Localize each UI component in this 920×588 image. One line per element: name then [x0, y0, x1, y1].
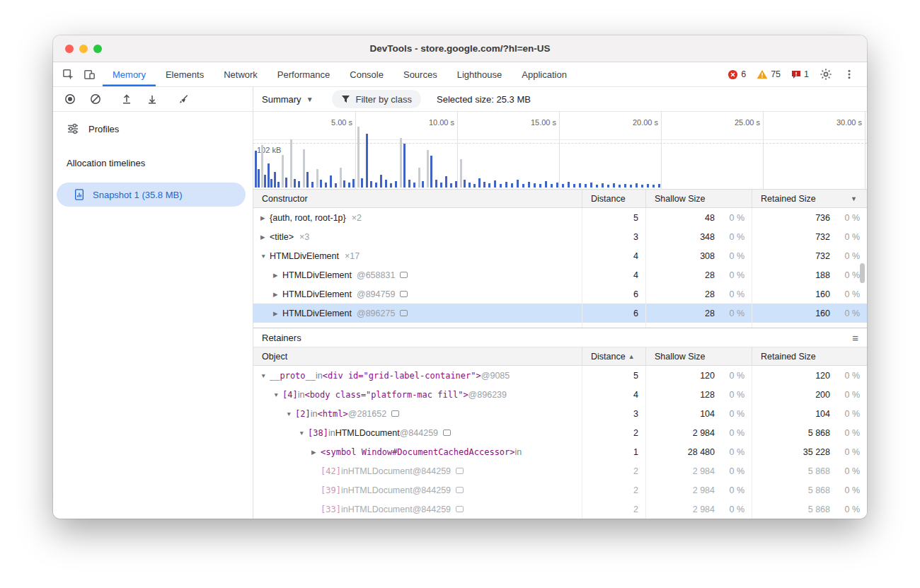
shallow-size-cell: 3480 %	[645, 227, 752, 246]
timeline-bar	[400, 138, 402, 188]
tab-performance[interactable]: Performance	[268, 62, 340, 86]
column-header-shallow-size[interactable]: Shallow Size	[645, 190, 752, 207]
more-options-button[interactable]	[839, 69, 860, 80]
record-allocation-button[interactable]	[60, 89, 80, 109]
reveal-icon[interactable]	[456, 506, 464, 512]
timeline-bar	[361, 178, 363, 188]
distance-value: 6	[633, 289, 638, 299]
tab-network[interactable]: Network	[214, 62, 268, 86]
constructor-row[interactable]: ▶HTMLDivElement@6588314280 %1880 %	[253, 265, 867, 284]
save-profile-button[interactable]	[142, 89, 162, 109]
expand-arrow-icon[interactable]: ▶	[260, 214, 270, 221]
shallow-size-percent: 0 %	[715, 289, 744, 299]
class-filter-placeholder: Filter by class	[356, 94, 412, 105]
zoom-window-button[interactable]	[93, 45, 102, 53]
retainer-row[interactable]: ▼__proto__ in <div id="grid-label-contai…	[253, 366, 867, 385]
retained-size-cell: 1040 %	[752, 404, 867, 423]
retainer-row[interactable]: [39] in HTMLDocument @84425922 9840 %5 8…	[253, 480, 867, 500]
expand-arrow-icon[interactable]: ▶	[273, 291, 282, 298]
tab-lighthouse[interactable]: Lighthouse	[447, 62, 512, 86]
allocation-timeline-overview[interactable]: 5.00 s10.00 s15.00 s20.00 s25.00 s30.00 …	[253, 112, 867, 190]
column-header-object[interactable]: Object	[253, 347, 582, 365]
collapse-arrow-icon[interactable]: ▼	[299, 430, 308, 437]
collect-garbage-button[interactable]	[173, 89, 193, 109]
tab-application[interactable]: Application	[512, 62, 577, 86]
distance-value: 5	[633, 371, 638, 381]
tab-elements[interactable]: Elements	[156, 62, 214, 86]
instance-count: ×2	[352, 213, 362, 223]
retainer-row[interactable]: ▼[38] in HTMLDocument @84425922 9840 %5 …	[253, 423, 867, 442]
inspect-cursor-icon	[62, 68, 75, 81]
column-header-distance[interactable]: Distance	[582, 190, 645, 207]
constructor-row[interactable]: ▶HTMLDivElement	[253, 323, 867, 328]
constructor-row[interactable]: ▶HTMLDivElement@8947596280 %1600 %	[253, 284, 867, 304]
shallow-size-cell: 1200 %	[645, 366, 752, 385]
retained-size-cell: 5 8680 %	[752, 480, 867, 500]
retainer-row[interactable]: [33] in HTMLDocument @84425922 9840 %5 8…	[253, 500, 867, 519]
column-header-retained-size[interactable]: Retained Size ▼	[752, 190, 867, 207]
constructor-scrollbar-thumb[interactable]	[860, 263, 865, 283]
reveal-icon[interactable]	[400, 291, 408, 297]
constructor-row[interactable]: ▼HTMLDivElement×1743080 %7320 %	[253, 246, 867, 265]
block-icon	[90, 93, 101, 105]
expand-arrow-icon[interactable]: ▶	[273, 310, 282, 317]
constructor-row[interactable]: ▶<title>×333480 %7320 %	[253, 227, 867, 246]
collapse-arrow-icon[interactable]: ▼	[260, 372, 270, 379]
retainer-row[interactable]: [42] in HTMLDocument @84425922 9840 %5 8…	[253, 461, 867, 480]
inspect-element-button[interactable]	[57, 62, 79, 86]
column-header-retainers-shallow-size[interactable]: Shallow Size	[645, 347, 752, 365]
retainer-row[interactable]: ▼[4] in <body class="platform-mac fill">…	[253, 385, 867, 404]
reveal-icon[interactable]	[400, 310, 408, 316]
collapse-arrow-icon[interactable]: ▼	[260, 253, 270, 260]
window-titlebar[interactable]: DevTools - store.google.com/?hl=en-US	[53, 35, 867, 62]
reveal-icon[interactable]	[443, 430, 451, 436]
load-profile-button[interactable]	[117, 89, 137, 109]
class-filter-input[interactable]: Filter by class	[332, 90, 421, 108]
tab-strip: MemoryElementsNetworkPerformanceConsoleS…	[103, 62, 577, 86]
retained-size-percent: 0 %	[830, 505, 860, 514]
constructor-row[interactable]: ▶HTMLDivElement@8962756280 %1600 %	[253, 304, 867, 323]
collapse-arrow-icon[interactable]: ▼	[273, 391, 282, 398]
close-window-button[interactable]	[65, 45, 74, 53]
distance-value: 6	[633, 309, 638, 318]
tab-sources[interactable]: Sources	[393, 62, 447, 86]
reveal-icon[interactable]	[400, 272, 408, 278]
window-title: DevTools - store.google.com/?hl=en-US	[369, 43, 550, 54]
constructor-row[interactable]: ▶{auth, root, root-1p}×25480 %7360 %	[253, 208, 867, 227]
sidebar-item-snapshot-1[interactable]: Snapshot 1 (35.8 MB)	[57, 183, 246, 207]
distance-cell: 1	[582, 442, 645, 461]
device-toolbar-button[interactable]	[79, 62, 100, 86]
clear-profiles-button[interactable]	[86, 89, 105, 109]
expand-arrow-icon[interactable]: ▶	[260, 234, 270, 241]
retainers-menu-button[interactable]: ≡	[852, 332, 858, 344]
retained-size-value: 160	[752, 309, 830, 318]
object-in-text: in	[316, 371, 323, 381]
collapse-arrow-icon[interactable]: ▼	[286, 410, 295, 417]
column-header-retainers-distance[interactable]: Distance ▲	[582, 347, 645, 365]
issues-badge[interactable]: 1	[787, 69, 813, 79]
retained-size-cell	[752, 323, 867, 328]
profile-view-select[interactable]: Summary ▼	[262, 94, 314, 105]
column-header-constructor[interactable]: Constructor	[253, 190, 582, 207]
error-badge[interactable]: 6	[723, 69, 750, 80]
minimize-window-button[interactable]	[79, 45, 88, 53]
settings-button[interactable]	[815, 68, 836, 81]
shallow-size-cell: 3080 %	[645, 246, 752, 265]
expand-arrow-icon[interactable]: ▶	[273, 272, 282, 279]
column-header-retainers-retained-size[interactable]: Retained Size	[752, 347, 867, 365]
warning-badge[interactable]: 75	[752, 69, 785, 79]
reveal-icon[interactable]	[391, 410, 399, 417]
selected-size-label: Selected size: 25.3 MB	[437, 94, 531, 105]
shallow-size-value: 28	[646, 289, 715, 299]
retainer-row[interactable]: ▶<symbol Window#DocumentCachedAccessor> …	[253, 442, 867, 461]
distance-value: 2	[633, 485, 638, 495]
expand-arrow-icon[interactable]: ▶	[311, 449, 321, 456]
tab-console[interactable]: Console	[340, 62, 393, 86]
timeline-bar	[607, 185, 609, 188]
timeline-bar	[460, 159, 462, 188]
reveal-icon[interactable]	[456, 468, 464, 474]
reveal-icon[interactable]	[456, 487, 464, 493]
retainer-row[interactable]: ▼[2] in <html> @28165231040 %1040 %	[253, 404, 867, 423]
tab-memory[interactable]: Memory	[103, 62, 156, 86]
timeline-bar	[258, 169, 260, 188]
